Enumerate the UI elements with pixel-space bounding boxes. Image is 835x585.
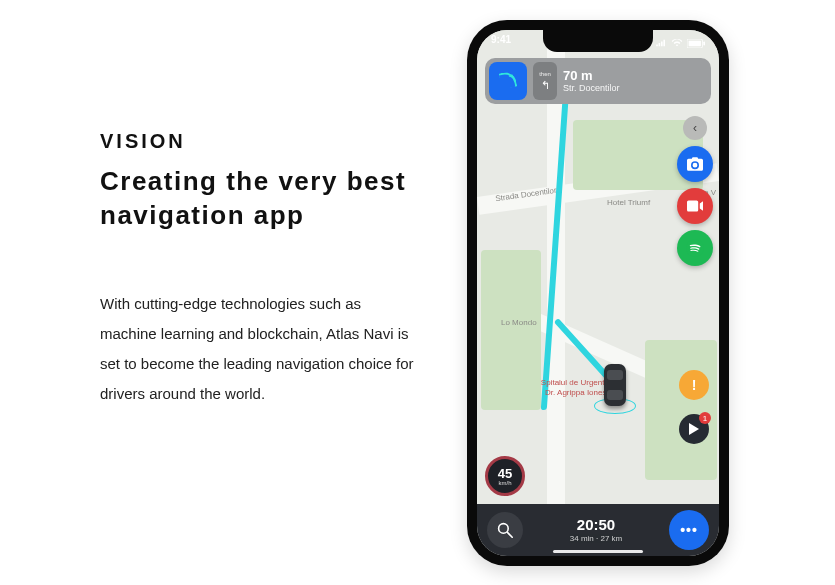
spotify-icon xyxy=(686,239,704,257)
warning-icon: ! xyxy=(692,377,697,393)
vision-body: With cutting-edge technologies such as m… xyxy=(100,289,420,409)
signal-icon xyxy=(655,39,667,47)
search-icon xyxy=(497,522,513,538)
nav-distance: 70 m xyxy=(563,68,620,84)
turn-right-icon xyxy=(499,71,518,90)
wifi-icon xyxy=(671,39,683,47)
more-button[interactable]: ••• xyxy=(669,510,709,550)
map-poi-hotel: Hotel Triumf xyxy=(607,198,650,207)
phone-notch xyxy=(543,30,653,52)
turn-icon-badge xyxy=(489,62,527,100)
eta-sub: 34 min · 27 km xyxy=(570,534,622,544)
then-label: then xyxy=(539,71,551,77)
phone-screen: 9:41 Strada Docenti xyxy=(477,30,719,556)
nav-text: 70 m Str. Docentilor xyxy=(563,68,620,94)
home-indicator xyxy=(553,550,643,553)
report-count-badge: 1 xyxy=(699,412,711,424)
eta-panel[interactable]: 20:50 34 min · 27 km xyxy=(570,516,622,544)
marketing-section: VISION Creating the very best navigation… xyxy=(100,130,420,409)
chevron-left-icon: ‹ xyxy=(693,121,697,135)
status-time: 9:41 xyxy=(491,34,511,52)
spotify-button[interactable] xyxy=(677,230,713,266)
map-park xyxy=(645,340,717,480)
map-poi-lomondo: Lo Mondo xyxy=(501,318,537,327)
status-right xyxy=(655,34,705,52)
navigation-banner[interactable]: then ↰ 70 m Str. Docentilor xyxy=(485,58,711,104)
hazard-warning-button[interactable]: ! xyxy=(679,370,709,400)
more-icon: ••• xyxy=(680,522,698,538)
vision-eyebrow: VISION xyxy=(100,130,420,153)
svg-line-5 xyxy=(507,532,512,537)
vehicle-marker xyxy=(599,360,631,412)
speed-value: 45 xyxy=(498,467,512,480)
camera-icon xyxy=(687,157,703,171)
video-icon xyxy=(687,200,703,212)
vision-headline: Creating the very best navigation app xyxy=(100,165,420,233)
turn-left-icon: ↰ xyxy=(541,79,550,92)
search-button[interactable] xyxy=(487,512,523,548)
speed-unit: km/h xyxy=(498,480,511,486)
battery-icon xyxy=(687,39,705,48)
then-badge: then ↰ xyxy=(533,62,557,100)
svg-rect-2 xyxy=(703,41,705,45)
nav-street: Str. Docentilor xyxy=(563,83,620,94)
phone-mockup: 9:41 Strada Docenti xyxy=(467,20,729,566)
svg-point-4 xyxy=(499,524,509,534)
play-icon xyxy=(689,423,699,435)
collapse-button[interactable]: ‹ xyxy=(683,116,707,140)
svg-rect-1 xyxy=(689,40,701,46)
play-reports-button[interactable]: 1 xyxy=(679,414,709,444)
camera-button[interactable] xyxy=(677,146,713,182)
fab-column: ‹ xyxy=(677,116,713,266)
bottom-bar: 20:50 34 min · 27 km ••• xyxy=(477,504,719,556)
speed-gauge: 45 km/h xyxy=(485,456,525,496)
video-button[interactable] xyxy=(677,188,713,224)
eta-time: 20:50 xyxy=(570,516,622,534)
